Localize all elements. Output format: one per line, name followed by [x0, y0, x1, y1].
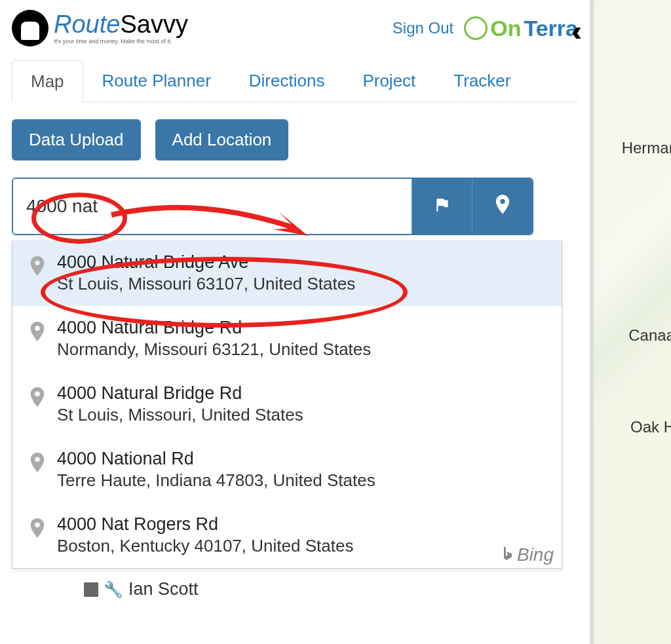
suggestion-subtitle: Terre Haute, Indiana 47803, United State…	[57, 470, 375, 491]
side-panel: ‹‹ RouteSavvy It's your time and money. …	[0, 0, 590, 644]
map-label: Herman	[622, 139, 671, 157]
suggestion-subtitle: Boston, Kentucky 40107, United States	[57, 536, 353, 556]
suggestion-title: 4000 Natural Bridge Ave	[57, 252, 355, 273]
stop-icon	[84, 582, 98, 597]
map-pin-icon	[29, 322, 45, 346]
suggestion-dropdown: 4000 Natural Bridge Ave St Louis, Missou…	[12, 240, 562, 569]
map-label: Canaa	[628, 326, 671, 345]
suggestion-title: 4000 Nat Rogers Rd	[57, 514, 353, 535]
flag-button[interactable]	[412, 179, 472, 234]
suggestion-item[interactable]: 4000 Natural Bridge Ave St Louis, Missou…	[12, 240, 562, 306]
logo-subtitle: It's your time and money. Make the most …	[54, 38, 188, 45]
toolbar: Data Upload Add Location	[12, 102, 578, 178]
map-viewport[interactable]: Herman Canaa Oak H	[590, 0, 671, 644]
header: RouteSavvy It's your time and money. Mak…	[12, 7, 578, 60]
suggestion-subtitle: St Louis, Missouri, United States	[57, 405, 303, 425]
app-logo[interactable]: RouteSavvy It's your time and money. Mak…	[12, 10, 188, 47]
sign-out-link[interactable]: Sign Out	[393, 19, 453, 37]
partner-logo[interactable]: OnTerra	[464, 16, 578, 41]
data-upload-button[interactable]: Data Upload	[12, 119, 141, 161]
list-item[interactable]: 🔧 Ian Scott	[12, 569, 578, 599]
logo-mark-icon	[12, 10, 48, 47]
pin-button[interactable]	[472, 179, 532, 234]
tab-route-planner[interactable]: Route Planner	[83, 60, 230, 102]
suggestion-item[interactable]: 4000 Nat Rogers Rd Boston, Kentucky 4010…	[12, 502, 562, 568]
add-location-button[interactable]: Add Location	[155, 119, 289, 161]
search-row	[12, 178, 533, 235]
wrench-icon: 🔧	[104, 580, 123, 599]
suggestion-item[interactable]: 4000 Natural Bridge Rd St Louis, Missour…	[12, 371, 562, 437]
suggestion-subtitle: Normandy, Missouri 63121, United States	[57, 339, 371, 360]
map-label: Oak H	[630, 418, 671, 436]
tab-bar: Map Route Planner Directions Project Tra…	[12, 60, 578, 102]
tab-project[interactable]: Project	[343, 60, 434, 102]
suggestion-title: 4000 National Rd	[57, 449, 375, 469]
list-item-label: Ian Scott	[128, 579, 199, 599]
map-pin-icon	[29, 518, 45, 542]
suggestion-item[interactable]: 4000 National Rd Terre Haute, Indiana 47…	[12, 437, 562, 502]
globe-icon	[464, 16, 488, 40]
suggestion-item[interactable]: 4000 Natural Bridge Rd Normandy, Missour…	[12, 306, 562, 371]
logo-text: RouteSavvy	[54, 12, 188, 37]
map-pin-icon	[29, 453, 45, 477]
collapse-panel-button[interactable]: ‹‹	[571, 16, 574, 47]
map-pin-icon	[495, 195, 510, 219]
map-pin-icon	[29, 387, 45, 411]
flag-icon	[434, 195, 451, 218]
map-pin-icon	[29, 256, 45, 280]
suggestion-title: 4000 Natural Bridge Rd	[57, 318, 371, 338]
suggestion-title: 4000 Natural Bridge Rd	[57, 383, 303, 404]
address-search-input[interactable]	[13, 179, 412, 234]
tab-map[interactable]: Map	[12, 60, 83, 102]
tab-tracker[interactable]: Tracker	[434, 60, 529, 102]
bing-credit: Bing	[501, 544, 554, 565]
tab-directions[interactable]: Directions	[230, 60, 344, 102]
suggestion-subtitle: St Louis, Missouri 63107, United States	[57, 274, 355, 294]
